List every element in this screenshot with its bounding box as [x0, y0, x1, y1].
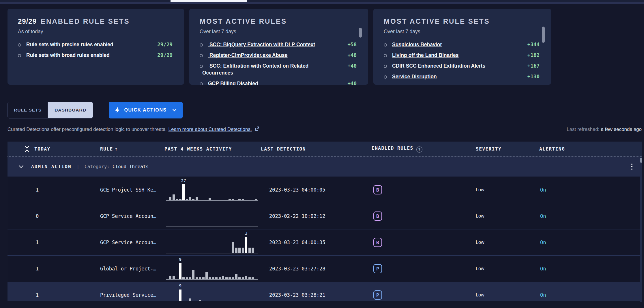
table-row[interactable]: 1GCP Service Accoun…32023-03-23 04:00:35… — [8, 229, 642, 255]
lightning-bolt-icon — [115, 107, 120, 113]
sparkline-bar — [179, 263, 181, 279]
card-title: MOST ACTIVE RULES — [189, 17, 368, 25]
table-scrollbar-track — [640, 157, 642, 302]
chevron-down-icon[interactable] — [18, 165, 24, 168]
rule-link[interactable]: Register-CimProvider.exe Abuse — [208, 52, 288, 58]
table-row[interactable]: 1Privileged Service…92023-03-23 03:28:21… — [8, 282, 642, 301]
column-header-enabled-rules[interactable]: ENABLED RULES? — [372, 145, 476, 153]
item-count: +40 — [347, 62, 357, 69]
column-header-activity[interactable]: PAST 4 WEEKS ACTIVITY — [164, 146, 261, 152]
card-scrollbar-thumb[interactable] — [359, 28, 362, 38]
kebab-menu-icon[interactable] — [630, 162, 634, 171]
broad-rule-badge[interactable]: B — [373, 238, 382, 247]
sparkline-bar — [189, 197, 191, 200]
bullet-icon — [384, 75, 387, 79]
sparkline-peak-value: 27 — [181, 178, 186, 183]
sparkline-bar — [179, 290, 181, 301]
cell-activity — [164, 203, 261, 229]
group-category-value: Cloud Threats — [113, 164, 149, 169]
sparkline-baseline — [166, 200, 258, 201]
cell-alerting[interactable]: On — [539, 292, 642, 298]
rule-link[interactable]: SCC: Exfiltration with Context on Relate… — [202, 63, 310, 76]
quick-actions-button[interactable]: QUICK ACTIONS — [109, 102, 183, 118]
card-title-label: ENABLED RULE SETS — [41, 17, 130, 25]
broad-rule-badge[interactable]: B — [373, 211, 382, 221]
card-list: Suspicious Behavior+344Living off the La… — [373, 41, 551, 80]
toolbar: RULE SETS DASHBOARD QUICK ACTIONS — [8, 102, 183, 118]
last-refreshed-value: a few seconds ago — [601, 127, 642, 132]
cell-today: 1 — [8, 240, 72, 245]
cell-alerting[interactable]: On — [539, 266, 642, 272]
table-row[interactable]: 1Global or Project-…92023-03-23 03:27:28… — [8, 255, 642, 282]
card-list-item: Living off the Land Binaries+182 — [373, 52, 551, 59]
cell-rule-name[interactable]: Privileged Service… — [72, 292, 164, 298]
detections-table: TODAY RULE↑ PAST 4 WEEKS ACTIVITY LAST D… — [8, 142, 642, 302]
card-scrollbar-thumb[interactable] — [542, 27, 545, 43]
card-list-item: Service Disruption+130 — [373, 73, 551, 80]
card-most-active-rules: MOST ACTIVE RULES Over last 7 days SCC: … — [189, 9, 368, 85]
column-label-today[interactable]: TODAY — [34, 146, 50, 152]
tab-dashboard[interactable]: DASHBOARD — [48, 102, 93, 118]
broad-rule-badge[interactable]: B — [373, 185, 382, 194]
activity-sparkline: 3 — [166, 231, 258, 253]
card-subtitle: As of today — [8, 29, 184, 35]
cell-rule-name[interactable]: Global or Project-… — [72, 266, 164, 272]
column-header-severity[interactable]: SEVERITY — [476, 146, 539, 152]
sparkline-bar — [242, 248, 244, 253]
cell-rule-name[interactable]: GCP Service Accoun… — [72, 240, 164, 245]
card-enabled-rule-sets: 29/29ENABLED RULE SETS As of today Rule … — [8, 9, 184, 85]
sparkline-bar — [232, 242, 234, 253]
cell-alerting[interactable]: On — [539, 240, 642, 245]
quick-actions-label: QUICK ACTIONS — [124, 107, 167, 113]
precise-rule-badge[interactable]: P — [373, 264, 382, 273]
table-scrollbar-thumb[interactable] — [640, 158, 642, 163]
sparkline-bar — [173, 276, 175, 279]
bullet-icon — [384, 43, 387, 47]
cell-severity: Low — [476, 266, 539, 271]
precise-rule-badge[interactable]: P — [373, 290, 382, 300]
rule-link[interactable]: Service Disruption — [392, 74, 437, 79]
question-circle-icon[interactable]: ? — [416, 146, 422, 153]
cell-rule-name[interactable]: GCP Service Accoun… — [72, 213, 164, 219]
sparkline-baseline — [166, 227, 258, 227]
cell-severity: Low — [476, 240, 539, 245]
cell-enabled-rules: B — [372, 238, 476, 247]
collapse-all-icon[interactable] — [24, 146, 30, 152]
sparkline-bar — [252, 248, 254, 253]
rule-link[interactable]: CDIR SCC Enhanced Exfiltration Alerts — [392, 63, 485, 69]
item-label: Rule sets with precise rules enabled — [26, 42, 113, 47]
cell-rule-name[interactable]: GCE Project SSH Ke… — [72, 187, 164, 193]
cell-alerting[interactable]: On — [539, 187, 642, 193]
bullet-icon — [200, 82, 203, 85]
sparkline-bar — [192, 270, 194, 279]
last-refreshed: Last refreshed: a few seconds ago — [567, 127, 642, 132]
bullet-icon — [200, 43, 203, 47]
sparkline-bar — [235, 248, 237, 253]
table-row[interactable]: 0GCP Service Accoun…2023-02-22 10:02:12B… — [8, 203, 642, 229]
column-header-alerting[interactable]: ALERTING — [539, 146, 642, 152]
card-subtitle: Over last 7 days — [373, 29, 551, 35]
cell-last-detection: 2023-03-23 03:28:21 — [261, 292, 372, 298]
open-in-new-icon[interactable] — [254, 126, 260, 133]
cell-enabled-rules: B — [372, 185, 476, 194]
column-header-rule[interactable]: RULE↑ — [72, 146, 164, 152]
rule-link[interactable]: Living off the Land Binaries — [392, 52, 458, 58]
rule-link[interactable]: GCP Billing Disabled — [208, 81, 258, 85]
activity-sparkline: 9 — [166, 257, 258, 280]
group-divider: | — [77, 164, 80, 169]
rule-link[interactable]: SCC: BigQuery Extraction with DLP Contex… — [208, 42, 315, 47]
learn-more-link[interactable]: Learn more about Curated Detections. — [169, 127, 252, 132]
card-most-active-rule-sets: MOST ACTIVE RULE SETS Over last 7 days S… — [373, 9, 551, 85]
column-header-today: TODAY — [8, 146, 72, 152]
sparkline-bar — [235, 274, 237, 279]
table-row[interactable]: 1GCE Project SSH Ke…272023-03-23 04:00:0… — [8, 177, 642, 203]
last-refreshed-label: Last refreshed: — [567, 127, 599, 132]
info-line: Curated Detections offer preconfigured d… — [8, 126, 642, 133]
cell-activity: 3 — [164, 229, 261, 255]
cell-alerting[interactable]: On — [539, 213, 642, 219]
column-header-last-detection[interactable]: LAST DETECTION — [261, 146, 372, 152]
bullet-icon — [200, 65, 203, 68]
rule-link[interactable]: Suspicious Behavior — [392, 42, 442, 47]
group-row-admin-action[interactable]: ADMIN ACTION | Category: Cloud Threats — [8, 157, 642, 177]
tab-rule-sets[interactable]: RULE SETS — [8, 102, 48, 118]
